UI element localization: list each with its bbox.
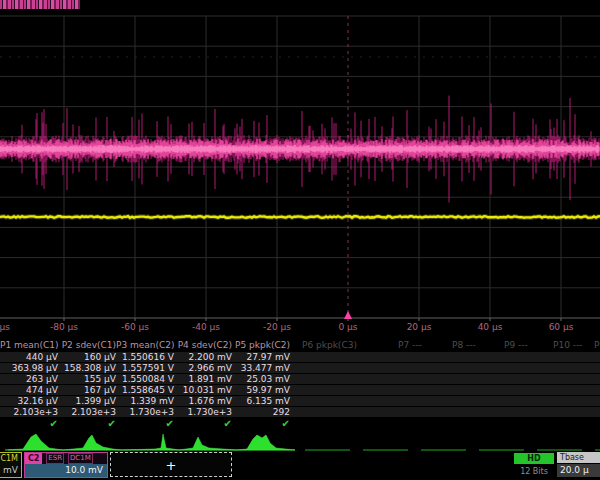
measurement-value: 155 µV [58, 374, 116, 384]
histicon-p1[interactable] [5, 434, 63, 450]
histicon-p3[interactable] [121, 434, 179, 450]
oscilloscope-screen: -100 µs-80 µs-60 µs-40 µs-20 µs0 µs20 µs… [0, 0, 600, 480]
measurement-value: 1.891 mV [174, 374, 232, 384]
time-axis-label: 60 µs [541, 322, 581, 332]
measurement-value: 263 µV [0, 374, 58, 384]
c2-scale-value: 10.0 mV [25, 464, 107, 477]
measurement-value: 1.676 mV [174, 396, 232, 406]
channel-c1-descriptor[interactable]: C1M 0 mV [0, 452, 22, 478]
measurement-value: 1.557591 V [116, 363, 174, 373]
measurement-header-inactive[interactable]: P11 [594, 340, 600, 350]
hd-mode-badge: HD [514, 453, 554, 464]
measurement-table: P1 mean(C1)P2 sdev(C1)P3 mean(C2)P4 sdev… [0, 340, 600, 430]
measurement-header[interactable]: P1 mean(C1) [0, 340, 58, 350]
measurement-value: 33.477 mV [232, 363, 290, 373]
plus-icon[interactable]: + [166, 458, 177, 473]
measurement-value: 2.103e+3 [0, 407, 58, 417]
measurement-value: 1.399 µV [58, 396, 116, 406]
measurement-value: 292 [232, 407, 290, 417]
measurement-value: 1.558645 V [116, 385, 174, 395]
c2-esr-badge: ESR [46, 453, 64, 464]
measurement-value: 1.550616 V [116, 352, 174, 362]
measurement-value: 363.98 µV [0, 363, 58, 373]
measurement-header[interactable]: P4 sdev(C2) [174, 340, 232, 350]
c2-coupling-badge: DC1M [68, 453, 93, 464]
c1-scale-value: 0 mV [0, 464, 21, 475]
time-axis-label: 20 µs [399, 322, 439, 332]
channel-c2-descriptor[interactable]: C2 ESR DC1M 10.0 mV [24, 452, 108, 478]
measurement-header-inactive[interactable]: P6 pkpk(C3) [302, 340, 362, 350]
time-axis-label: -20 µs [257, 322, 297, 332]
time-axis-label: -80 µs [44, 322, 84, 332]
measurement-value: 2.200 mV [174, 352, 232, 362]
measurement-value: 1.550084 V [116, 374, 174, 384]
hd-bits-label: 12 Bits [514, 467, 554, 476]
measurement-value: 6.135 mV [232, 396, 290, 406]
parameter-histicons[interactable] [0, 430, 600, 452]
timebase-scale-value: 20.0 µ [557, 464, 600, 477]
measurement-value: 32.16 µV [0, 396, 58, 406]
waveform-graticule [0, 0, 600, 340]
c1-waveform[interactable] [0, 216, 600, 218]
measurement-value: 167 µV [58, 385, 116, 395]
time-axis: -100 µs-80 µs-60 µs-40 µs-20 µs0 µs20 µs… [0, 322, 600, 334]
measurement-value: 440 µV [0, 352, 58, 362]
time-axis-label: 40 µs [470, 322, 510, 332]
timebase-descriptor[interactable]: Tbase [557, 452, 600, 463]
measurement-value: 10.031 mV [174, 385, 232, 395]
status-check-icon: ✔ [232, 418, 290, 429]
time-axis-label: 0 µs [328, 322, 368, 332]
measurement-value: 2.966 mV [174, 363, 232, 373]
measurement-header[interactable]: P3 mean(C2) [116, 340, 174, 350]
measurement-value: 25.03 mV [232, 374, 290, 384]
measurement-value: 59.97 mV [232, 385, 290, 395]
c2-waveform[interactable] [0, 96, 599, 203]
measurement-value: 2.103e+3 [58, 407, 116, 417]
measurement-header-inactive[interactable]: P8 --- [452, 340, 512, 350]
measurement-value: 27.97 mV [232, 352, 290, 362]
measurement-header[interactable]: P2 sdev(C1) [58, 340, 116, 350]
measurement-value: 474 µV [0, 385, 58, 395]
measurement-value: 158.308 µV [58, 363, 116, 373]
time-axis-label: -60 µs [115, 322, 155, 332]
status-check-icon: ✔ [174, 418, 232, 429]
c1-coupling-badge: C1M [0, 453, 21, 464]
histicon-p2[interactable] [63, 435, 121, 450]
measurement-value: 1.339 mV [116, 396, 174, 406]
measurement-value: 1.730e+3 [174, 407, 232, 417]
add-trace-box[interactable]: + [110, 452, 232, 477]
histicon-p4[interactable] [179, 437, 237, 450]
status-check-icon: ✔ [116, 418, 174, 429]
time-axis-label: -100 µs [0, 322, 13, 332]
measurement-value: 160 µV [58, 352, 116, 362]
histicon-p5[interactable] [237, 435, 295, 450]
measurement-header-inactive[interactable]: P7 --- [398, 340, 458, 350]
status-check-icon: ✔ [58, 418, 116, 429]
trigger-position-marker[interactable] [344, 311, 352, 319]
status-check-icon: ✔ [0, 418, 58, 429]
time-axis-label: -40 µs [186, 322, 226, 332]
measurement-header-inactive[interactable]: P10 --- [553, 340, 600, 350]
measurement-value: 1.730e+3 [116, 407, 174, 417]
c2-channel-tab[interactable]: C2 [25, 453, 42, 464]
measurement-header[interactable]: P5 pkpk(C2) [232, 340, 290, 350]
